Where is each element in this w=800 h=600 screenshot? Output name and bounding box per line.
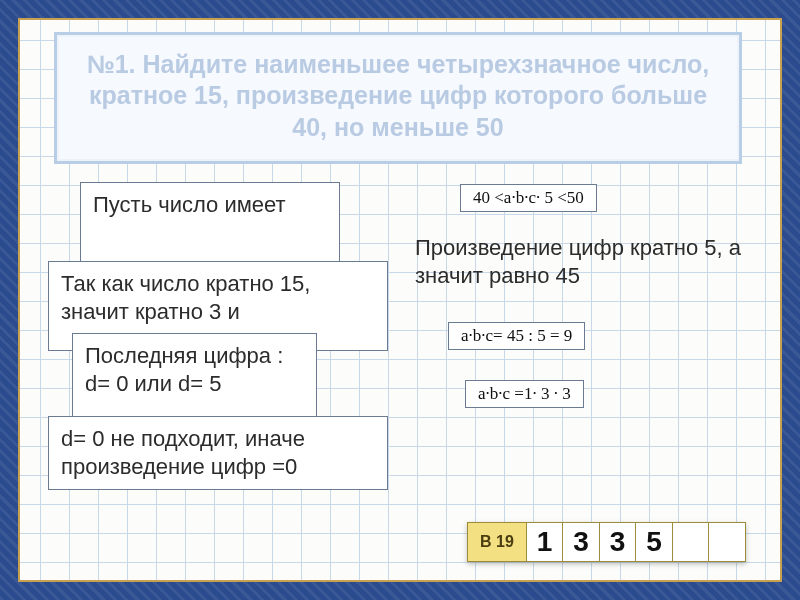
card-let-number-text: Пусть число имеет xyxy=(93,192,286,217)
card-zero-rejected-text: d= 0 не подходит, иначе произведение циф… xyxy=(61,426,305,479)
formula-divide: a·b·c= 45 : 5 = 9 xyxy=(448,322,585,350)
label-product-45: Произведение цифр кратно 5, а значит рав… xyxy=(415,234,750,290)
answer-cell-2[interactable]: 3 xyxy=(599,522,637,562)
formula-range: 40 <a·b·c· 5 <50 xyxy=(460,184,597,212)
answer-label: В 19 xyxy=(467,522,527,562)
card-let-number: Пусть число имеет xyxy=(80,182,340,264)
formula-divide-text: a·b·c= 45 : 5 = 9 xyxy=(461,326,572,345)
label-product-45-text: Произведение цифр кратно 5, а значит рав… xyxy=(415,235,741,288)
answer-cell-4[interactable] xyxy=(672,522,710,562)
card-zero-rejected: d= 0 не подходит, иначе произведение циф… xyxy=(48,416,388,490)
formula-range-text: 40 <a·b·c· 5 <50 xyxy=(473,188,584,207)
problem-title-box: №1. Найдите наименьшее четырехзначное чи… xyxy=(54,32,742,164)
answer-cell-1[interactable]: 3 xyxy=(562,522,600,562)
answer-strip: В 19 1 3 3 5 xyxy=(467,522,746,562)
card-last-digit-line2: d= 0 или d= 5 xyxy=(85,371,222,396)
problem-title: №1. Найдите наименьшее четырехзначное чи… xyxy=(77,49,719,143)
answer-cell-3[interactable]: 5 xyxy=(635,522,673,562)
notebook-paper: №1. Найдите наименьшее четырехзначное чи… xyxy=(18,18,782,582)
card-multiple-15-line2: значит кратно 3 и xyxy=(61,299,240,324)
card-multiple-15-line1: Так как число кратно 15, xyxy=(61,271,310,296)
card-last-digit-line1: Последняя цифра : xyxy=(85,343,283,368)
answer-cell-5[interactable] xyxy=(708,522,746,562)
formula-factors: a·b·c =1· 3 · 3 xyxy=(465,380,584,408)
formula-factors-text: a·b·c =1· 3 · 3 xyxy=(478,384,571,403)
answer-cell-0[interactable]: 1 xyxy=(526,522,564,562)
